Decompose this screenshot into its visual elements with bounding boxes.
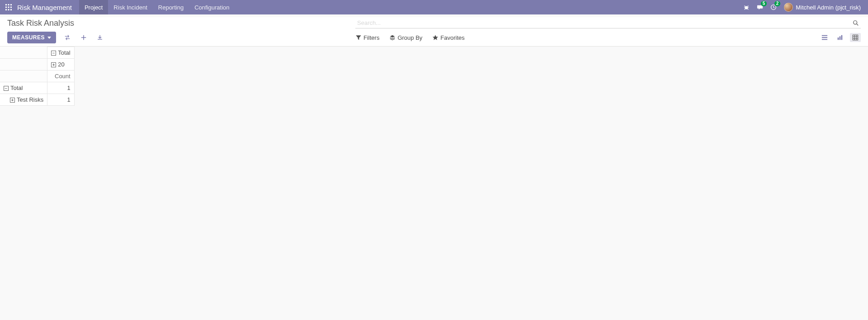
- count-header: Count: [47, 71, 74, 82]
- pivot-empty: [0, 47, 47, 59]
- plus-icon: [80, 34, 87, 41]
- svg-rect-0: [5, 4, 7, 5]
- cell-testrisks[interactable]: 1: [47, 94, 74, 106]
- expand-all-button[interactable]: [79, 33, 89, 42]
- svg-point-11: [854, 20, 857, 24]
- collapse-icon[interactable]: −: [4, 86, 9, 91]
- apps-button[interactable]: [0, 0, 17, 14]
- view-pivot-button[interactable]: [850, 33, 861, 42]
- svg-rect-18: [841, 35, 843, 40]
- pivot-empty-2: [0, 59, 47, 71]
- menu-reporting[interactable]: Reporting: [153, 0, 189, 14]
- favorites-label: Favorites: [440, 34, 464, 41]
- avatar: [784, 3, 793, 12]
- svg-rect-17: [840, 36, 841, 40]
- filters-button[interactable]: Filters: [355, 34, 379, 41]
- row-header-testrisks[interactable]: +Test Risks: [0, 94, 47, 106]
- list-icon: [821, 34, 828, 41]
- svg-rect-19: [853, 35, 858, 40]
- flip-axis-button[interactable]: [62, 33, 72, 42]
- pivot-area: −Total +20 Count −Total 1 +Test Risks 1: [0, 47, 868, 106]
- filters-label: Filters: [363, 34, 379, 41]
- row-header-total-label: Total: [10, 85, 23, 91]
- favorites-button[interactable]: Favorites: [432, 34, 464, 41]
- pivot-icon: [852, 34, 859, 41]
- expand-icon[interactable]: +: [10, 98, 15, 103]
- messages-badge: 5: [761, 1, 767, 6]
- search-wrapper: [355, 18, 861, 28]
- search-input[interactable]: [355, 19, 851, 27]
- svg-line-12: [857, 24, 858, 25]
- groupby-button[interactable]: Group By: [389, 34, 422, 41]
- apps-icon: [5, 4, 12, 11]
- download-button[interactable]: [95, 33, 105, 42]
- groupby-label: Group By: [397, 34, 422, 41]
- graph-icon: [837, 34, 843, 41]
- view-graph-button[interactable]: [835, 33, 845, 42]
- svg-rect-1: [8, 4, 9, 5]
- funnel-icon: [355, 34, 362, 41]
- pivot-row-total: −Total 1: [0, 82, 74, 94]
- user-label: Mitchell Admin (pjct_risk): [796, 4, 861, 11]
- pivot-empty-3: [0, 71, 47, 82]
- svg-rect-8: [10, 9, 12, 10]
- svg-rect-6: [5, 9, 7, 10]
- expand-icon[interactable]: +: [51, 62, 56, 67]
- layers-icon: [389, 34, 396, 41]
- collapse-icon[interactable]: −: [51, 51, 56, 56]
- user-menu[interactable]: Mitchell Admin (pjct_risk): [780, 0, 864, 14]
- search-icon: [853, 20, 859, 26]
- pivot-row-testrisks: +Test Risks 1: [0, 94, 74, 106]
- caret-down-icon: [47, 37, 51, 39]
- svg-rect-2: [10, 4, 12, 5]
- search-button[interactable]: [851, 20, 861, 26]
- brand-title[interactable]: Risk Management: [17, 4, 79, 11]
- svg-rect-5: [10, 7, 12, 8]
- svg-rect-3: [5, 7, 7, 8]
- menu-configuration[interactable]: Configuration: [189, 0, 235, 14]
- flip-axis-icon: [64, 34, 71, 41]
- menu-project[interactable]: Project: [79, 0, 108, 14]
- bug-icon: [743, 4, 750, 10]
- systray: 5 2 Mitchell Admin (pjct_risk): [740, 0, 868, 14]
- col-header-group[interactable]: +20: [47, 59, 74, 71]
- col-header-total[interactable]: −Total: [47, 47, 74, 59]
- svg-rect-4: [8, 7, 9, 8]
- cell-total[interactable]: 1: [47, 82, 74, 94]
- control-panel: Task Risk Analysis MEASURES: [0, 17, 868, 47]
- activities-badge: 2: [774, 1, 781, 6]
- col-header-group-label: 20: [58, 61, 64, 68]
- activities-button[interactable]: 2: [767, 0, 780, 14]
- svg-rect-16: [838, 38, 839, 40]
- svg-rect-13: [822, 35, 827, 36]
- svg-rect-7: [8, 9, 9, 10]
- row-header-testrisks-label: Test Risks: [17, 96, 43, 103]
- top-navbar: Risk Management Project Risk Incident Re…: [0, 0, 868, 14]
- navbar-menu: Project Risk Incident Reporting Configur…: [79, 0, 235, 14]
- row-header-total[interactable]: −Total: [0, 82, 47, 94]
- view-list-button[interactable]: [819, 33, 830, 42]
- measures-label: MEASURES: [12, 34, 45, 41]
- messaging-button[interactable]: 5: [753, 0, 767, 14]
- debug-button[interactable]: [740, 0, 753, 14]
- svg-rect-15: [822, 39, 827, 40]
- svg-rect-14: [822, 37, 827, 38]
- star-icon: [432, 34, 439, 41]
- measures-button[interactable]: MEASURES: [7, 32, 56, 43]
- download-icon: [97, 34, 103, 41]
- pivot-table: −Total +20 Count −Total 1 +Test Risks 1: [0, 47, 75, 106]
- svg-point-9: [745, 6, 748, 9]
- menu-risk-incident[interactable]: Risk Incident: [108, 0, 152, 14]
- col-header-total-label: Total: [58, 49, 70, 56]
- breadcrumb: Task Risk Analysis: [7, 19, 355, 28]
